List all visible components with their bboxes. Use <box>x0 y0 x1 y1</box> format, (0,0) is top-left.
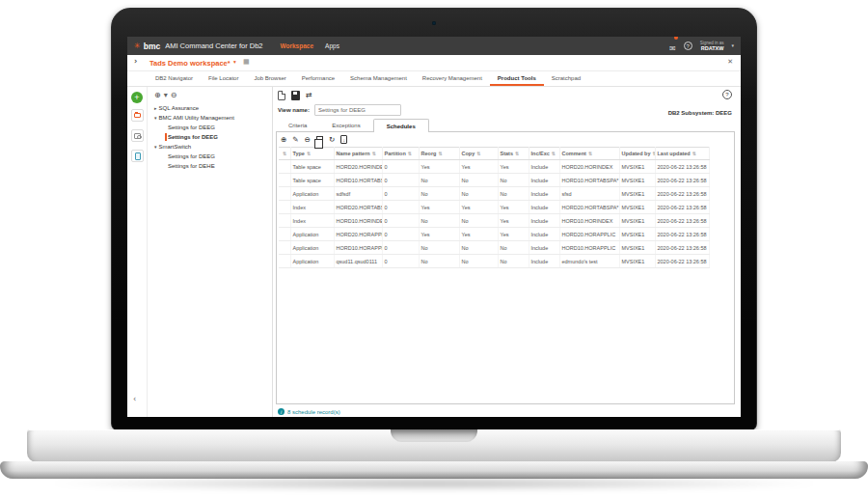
chevron-down-icon[interactable]: ▾ <box>154 116 157 121</box>
workspace-grid-icon[interactable]: ▦ <box>243 59 250 66</box>
edit-schedule-button[interactable]: ✎ <box>292 136 298 144</box>
sort-icon: ⇅ <box>307 151 311 156</box>
row-select-cell[interactable] <box>279 228 290 241</box>
column-header-last-updated[interactable]: Last updated⇅ <box>655 148 709 160</box>
tree-item-settings-for-deeg[interactable]: Settings for DEEG <box>148 152 272 161</box>
column-label: Type <box>293 151 305 156</box>
table-cell: HORD20.HORAPPLIC <box>334 228 382 241</box>
column-header-comment[interactable]: Comment⇅ <box>559 148 619 160</box>
column-header-copy[interactable]: Copy⇅ <box>459 148 498 160</box>
tree-add-chevron-icon[interactable]: ▾ <box>164 92 168 99</box>
tree-item-bmc-ami-utility-management[interactable]: ▾BMC AMI Utility Management <box>148 113 272 123</box>
tree-add-button[interactable]: ⊕ <box>154 92 161 99</box>
table-cell: 2020-06-22 13:26:58 <box>655 255 709 268</box>
notifications-button[interactable]: ✉ <box>669 38 676 55</box>
table-row[interactable]: Applicationsdfsdf0NoNoNoIncludesfsdMVSIX… <box>279 187 709 201</box>
table-cell: 2020-06-22 13:26:58 <box>655 174 709 187</box>
table-row[interactable]: ApplicationHORD20.HORAPPLIC0YesYesYesInc… <box>279 228 709 241</box>
tree-item-settings-for-deeg[interactable]: Settings for DEEG <box>148 123 272 132</box>
table-row[interactable]: IndexHORD10.HORINDEX0NoNoYesIncludeHORD1… <box>279 214 709 228</box>
row-select-cell[interactable] <box>279 174 290 187</box>
panel-tab-exceptions[interactable]: Exceptions <box>319 119 372 132</box>
tab-recovery-management[interactable]: Recovery Management <box>415 71 490 86</box>
refresh-table-button[interactable]: ↻ <box>329 136 335 144</box>
panel-tab-schedules[interactable]: Schedules <box>373 119 429 132</box>
envelope-icon: ✉ <box>669 45 676 53</box>
copy-schedule-button[interactable] <box>316 136 323 144</box>
table-row[interactable]: IndexHORD20.HORTABS...0YesYesYesIncludeH… <box>279 201 709 214</box>
new-view-icon[interactable] <box>278 91 285 100</box>
collapse-panel-button[interactable]: ‹ <box>133 396 136 403</box>
column-header-partition[interactable]: Partition⇅ <box>382 148 419 160</box>
panel-help-button[interactable]: ? <box>722 90 732 99</box>
tab-performance[interactable]: Performance <box>294 71 342 86</box>
table-row[interactable]: Applicationqsud11.qsud01110NoNoNoInclude… <box>279 255 709 268</box>
table-cell: Application <box>290 241 334 255</box>
row-select-cell[interactable] <box>279 160 290 174</box>
menu-apps[interactable]: Apps <box>325 42 339 49</box>
tree-remove-button[interactable]: ⊖ <box>171 92 177 99</box>
tab-product-tools[interactable]: Product Tools <box>490 71 544 86</box>
table-row[interactable]: Table spaceHORD10.HORTABS...0NoNoNoInclu… <box>279 174 709 187</box>
add-schedule-button[interactable]: ⊕ <box>281 136 286 144</box>
table-cell: Yes <box>419 228 459 241</box>
add-button[interactable]: + <box>131 92 143 103</box>
tree-item-settings-for-deeg[interactable]: Settings for DEEG <box>148 132 272 142</box>
table-cell: No <box>419 241 459 255</box>
column-header-updated-by[interactable]: Updated by⇅ <box>619 148 655 160</box>
document-button[interactable] <box>131 150 144 162</box>
sort-icon: ⇅ <box>515 151 519 156</box>
column-header-reorg[interactable]: Reorg⇅ <box>419 148 459 160</box>
table-cell: HORD10.HORAPPLIC <box>559 241 619 255</box>
tab-db2-navigator[interactable]: DB2 Navigator <box>148 71 201 86</box>
row-select-cell[interactable] <box>279 201 290 214</box>
tree-item-smartswitch[interactable]: ▾SmartSwitch <box>148 142 272 152</box>
tab-schema-management[interactable]: Schema Management <box>342 71 415 86</box>
app-window: ✳ bmc AMI Command Center for Db2 Workspa… <box>127 37 741 417</box>
save-view-icon[interactable] <box>291 91 300 100</box>
column-label: Copy <box>462 151 475 156</box>
refresh-view-icon[interactable]: ⇄ <box>306 92 312 99</box>
snapshot-button[interactable] <box>131 129 144 142</box>
workspace-chevron-down-icon[interactable]: ▾ <box>233 60 236 66</box>
tree-item-settings-for-dehe[interactable]: Settings for DEHE <box>148 161 272 171</box>
export-button[interactable]: ↓ <box>340 135 347 144</box>
tree-item-label: BMC AMI Utility Management <box>159 115 234 121</box>
tree-item-sql-assurance[interactable]: ▸SQL Assurance <box>148 103 272 113</box>
table-cell: Yes <box>419 160 459 174</box>
table-cell: qsud11.qsud0111 <box>334 255 382 268</box>
panel-tab-criteria[interactable]: Criteria <box>276 119 319 132</box>
user-menu[interactable]: Signed in as RDATXW <box>700 41 724 51</box>
laptop-screen-frame: ✳ bmc AMI Command Center for Db2 Workspa… <box>111 8 757 431</box>
row-select-cell[interactable] <box>279 241 290 255</box>
tree-item-label: SQL Assurance <box>159 105 199 111</box>
row-select-cell[interactable] <box>279 187 290 201</box>
chevron-right-icon[interactable]: ▸ <box>154 106 157 111</box>
menu-workspace[interactable]: Workspace <box>280 42 313 49</box>
close-workspace-button[interactable]: ✕ <box>727 59 733 66</box>
table-cell: 0 <box>382 174 419 187</box>
tab-scratchpad[interactable]: Scratchpad <box>544 71 588 86</box>
column-header-stats[interactable]: Stats⇅ <box>498 148 529 160</box>
column-header-select[interactable]: ⇅ <box>279 148 290 160</box>
row-select-cell[interactable] <box>279 214 290 228</box>
table-cell: sdfsdf <box>334 187 382 201</box>
table-row[interactable]: ApplicationHORD10.HORAPPLIC0NoNoNoInclud… <box>279 241 709 255</box>
workspace-files-button[interactable] <box>131 109 144 122</box>
tab-file-locator[interactable]: File Locator <box>201 71 246 86</box>
info-icon: i <box>278 408 285 415</box>
table-row[interactable]: Table spaceHORD20.HORINDEX0YesYesYesIncl… <box>279 160 709 174</box>
tab-job-browser[interactable]: Job Browser <box>246 71 293 86</box>
column-header-inc-exc[interactable]: Inc/Exc⇅ <box>529 148 559 160</box>
column-header-type[interactable]: Type⇅ <box>290 148 334 160</box>
expand-panel-button[interactable]: › <box>134 58 137 66</box>
table-cell: No <box>459 214 498 228</box>
help-button[interactable]: ? <box>684 42 692 50</box>
remove-schedule-button[interactable]: ⊖ <box>305 136 311 144</box>
column-header-name-pattern[interactable]: Name pattern⇅ <box>334 148 382 160</box>
view-name-input[interactable] <box>314 104 401 116</box>
chevron-down-icon[interactable]: ▾ <box>154 145 157 150</box>
camera-icon <box>134 133 141 139</box>
workspace-title[interactable]: Tads Demo workspace* <box>149 59 231 68</box>
row-select-cell[interactable] <box>279 255 290 268</box>
